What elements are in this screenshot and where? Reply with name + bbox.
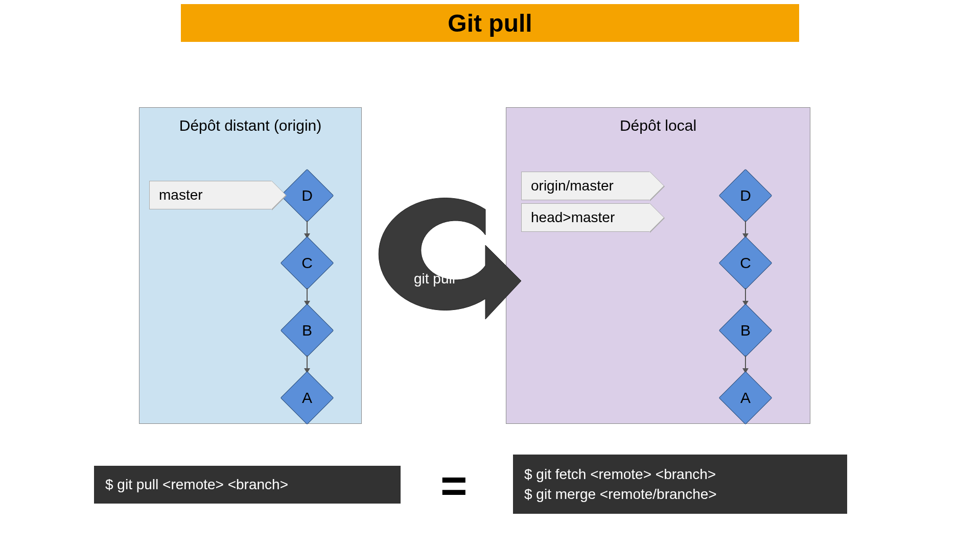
branch-tag-master-label: master xyxy=(159,187,203,203)
arrow-down-icon xyxy=(307,288,308,305)
arrow-down-icon xyxy=(745,288,746,305)
commit-label: B xyxy=(740,322,751,339)
command-pull-text: $ git pull <remote> <branch> xyxy=(105,474,389,494)
branch-tag-head-master: head>master xyxy=(521,203,650,232)
commit-node-remote-d: D xyxy=(288,177,326,215)
branch-tag-origin-master-label: origin/master xyxy=(531,178,614,194)
command-box-fetch-merge: $ git fetch <remote> <branch> $ git merg… xyxy=(513,455,847,514)
page-title: Git pull xyxy=(448,9,532,37)
arrow-down-icon xyxy=(307,221,308,238)
command-box-pull: $ git pull <remote> <branch> xyxy=(94,466,401,504)
branch-tag-head-master-label: head>master xyxy=(531,209,615,226)
equals-sign: = xyxy=(440,463,468,509)
commit-label: A xyxy=(302,389,312,407)
commit-label: C xyxy=(740,254,751,272)
commit-label: B xyxy=(302,322,312,339)
commit-label: C xyxy=(301,254,313,272)
arrow-down-icon xyxy=(745,221,746,238)
command-fetch-text: $ git fetch <remote> <branch> xyxy=(524,464,836,484)
remote-repo-title: Dépôt distant (origin) xyxy=(139,117,361,134)
local-repo-title: Dépôt local xyxy=(506,117,810,134)
commit-node-local-b: B xyxy=(727,312,764,349)
commit-node-remote-b: B xyxy=(288,312,326,349)
arrow-down-icon xyxy=(307,355,308,373)
commit-node-remote-c: C xyxy=(288,244,326,282)
branch-tag-master: master xyxy=(149,181,272,209)
git-pull-arrow-label: git pull xyxy=(414,271,455,287)
commit-node-remote-a: A xyxy=(288,379,326,417)
commit-label: D xyxy=(740,187,751,204)
commit-label: A xyxy=(740,389,751,407)
command-merge-text: $ git merge <remote/branche> xyxy=(524,484,836,504)
commit-label: D xyxy=(301,187,313,204)
title-bar: Git pull xyxy=(181,4,799,42)
git-pull-arrow-icon xyxy=(383,199,516,322)
arrow-down-icon xyxy=(745,355,746,373)
commit-node-local-a: A xyxy=(727,379,764,417)
branch-tag-origin-master: origin/master xyxy=(521,172,650,200)
commit-node-local-c: C xyxy=(727,244,764,282)
commit-node-local-d: D xyxy=(727,177,764,215)
